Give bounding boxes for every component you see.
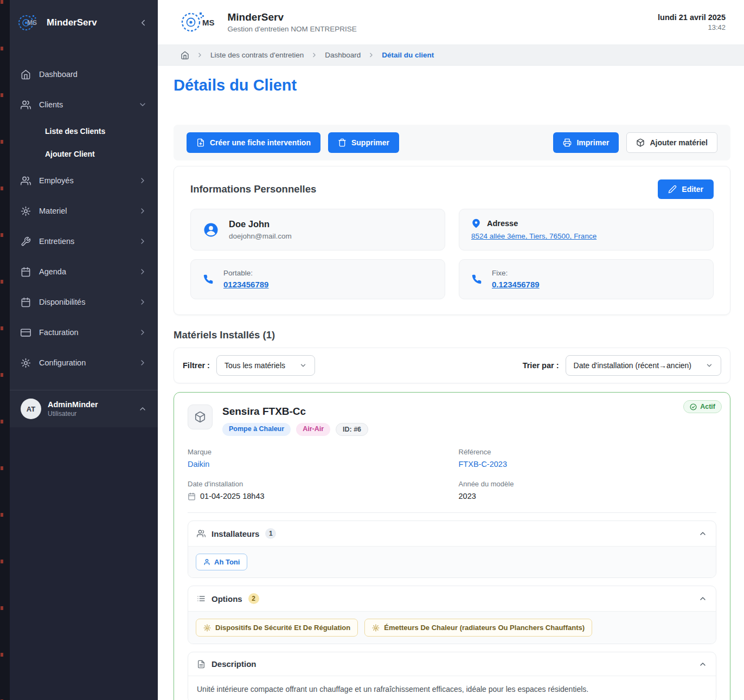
sidebar-item-label: Agenda bbox=[39, 267, 66, 276]
materials-filter-bar: Filtrer : Tous les matériels Trier par :… bbox=[174, 348, 730, 383]
box-icon bbox=[636, 138, 645, 147]
user-name: AdminMinder bbox=[48, 400, 98, 409]
delete-label: Supprimer bbox=[351, 138, 389, 147]
sidebar-filler bbox=[10, 427, 158, 700]
address-label: Adresse bbox=[487, 219, 518, 228]
sidebar-user[interactable]: AT AdminMinder Utilisateur bbox=[10, 390, 158, 427]
print-button[interactable]: Imprimer bbox=[553, 132, 619, 153]
header-date: lundi 21 avril 2025 bbox=[658, 13, 726, 22]
client-identity-tile: Doe John doejohn@mail.com bbox=[190, 209, 445, 251]
filter-select[interactable]: Tous les matériels bbox=[216, 355, 315, 376]
invoice-icon bbox=[21, 327, 31, 338]
chevron-down-icon bbox=[138, 100, 147, 109]
sidebar-item-label: Materiel bbox=[39, 207, 67, 215]
field-installation-date: Date d'installation 01-04-2025 18h43 bbox=[188, 480, 446, 500]
material-type-badge: Pompe à Chaleur bbox=[222, 423, 291, 436]
gear-icon bbox=[21, 358, 31, 368]
calendar-icon bbox=[188, 492, 196, 500]
material-subtype-badge: Air-Air bbox=[296, 423, 330, 436]
print-label: Imprimer bbox=[576, 138, 609, 147]
client-email: doejohn@mail.com bbox=[229, 232, 292, 240]
sidebar-item-label: Employés bbox=[39, 176, 74, 185]
option-chip-label: Émetteurs De Chaleur (radiateurs Ou Plan… bbox=[384, 624, 585, 632]
sort-label: Trier par : bbox=[523, 361, 559, 370]
client-landline-tile: Fixe: 0.123456789 bbox=[459, 259, 714, 299]
client-mobile-tile: Portable: 0123456789 bbox=[190, 259, 445, 299]
user-icon bbox=[203, 558, 210, 566]
material-name: Sensira FTXB-Cc bbox=[222, 406, 368, 418]
installer-chip[interactable]: Ah Toni bbox=[196, 554, 247, 570]
wrench-icon bbox=[21, 236, 31, 247]
installers-count-badge: 1 bbox=[265, 528, 276, 539]
check-circle-icon bbox=[690, 403, 697, 410]
landline-label: Fixe: bbox=[492, 269, 540, 277]
sidebar-item-label: Disponibilités bbox=[39, 298, 85, 306]
option-chip-label: Dispositifs De Sécurité Et De Régulation bbox=[215, 624, 350, 632]
options-panel: Options 2 Dispositifs De Sécurité Et De … bbox=[188, 586, 716, 644]
installer-chip-label: Ah Toni bbox=[214, 558, 240, 566]
divider bbox=[188, 512, 716, 513]
description-text: Unité intérieure compacte offrant un cha… bbox=[197, 685, 707, 693]
breadcrumb-item-dashboard[interactable]: Dashboard bbox=[325, 51, 361, 59]
sidebar-item-ajouter-client[interactable]: Ajouter Client bbox=[10, 143, 158, 165]
sidebar-item-liste-des-clients[interactable]: Liste des Clients bbox=[10, 120, 158, 143]
chevron-up-icon bbox=[138, 404, 147, 413]
delete-button[interactable]: Supprimer bbox=[328, 132, 399, 153]
installers-panel-header[interactable]: Installateurs 1 bbox=[188, 521, 716, 546]
sidebar-item-label: Facturation bbox=[39, 328, 79, 337]
sidebar-item-dashboard[interactable]: Dashboard bbox=[10, 59, 158, 89]
reference-link[interactable]: FTXB-C-2023 bbox=[459, 460, 507, 468]
option-chip-securite: Dispositifs De Sécurité Et De Régulation bbox=[196, 619, 358, 637]
phone-icon bbox=[203, 274, 214, 285]
main-area: MS MinderServ Gestion d'entretien NOM EN… bbox=[158, 0, 744, 700]
users-icon bbox=[197, 529, 206, 538]
chevron-down-icon bbox=[299, 362, 307, 369]
app-title: MinderServ bbox=[228, 11, 357, 23]
material-id-badge: ID: #6 bbox=[336, 423, 368, 436]
app-logo-icon: MS bbox=[179, 9, 215, 35]
left-strip-markers bbox=[1, 0, 3, 700]
edit-label: Editer bbox=[682, 185, 703, 194]
gear-icon bbox=[21, 206, 31, 216]
landline-link[interactable]: 0.123456789 bbox=[492, 280, 540, 289]
options-panel-header[interactable]: Options 2 bbox=[188, 586, 716, 611]
description-title: Description bbox=[211, 659, 256, 669]
sidebar-item-entretiens[interactable]: Entretiens bbox=[10, 226, 158, 256]
installation-date-value: 01-04-2025 18h43 bbox=[200, 492, 265, 500]
sidebar-collapse-icon[interactable] bbox=[138, 18, 148, 28]
sidebar: MS MinderServ Dashboard Clients Liste de… bbox=[10, 0, 158, 700]
calendar-icon bbox=[21, 267, 31, 277]
field-marque: Marque Daikin bbox=[188, 448, 446, 469]
home-icon[interactable] bbox=[181, 51, 189, 60]
installers-panel: Installateurs 1 Ah Toni bbox=[188, 521, 716, 578]
sidebar-item-clients[interactable]: Clients bbox=[10, 89, 158, 120]
breadcrumb-item-contrats[interactable]: Liste des contrats d'entretien bbox=[210, 51, 304, 59]
chevron-right-icon bbox=[138, 207, 147, 215]
sidebar-item-disponibilites[interactable]: Disponibilités bbox=[10, 287, 158, 317]
chevron-right-icon bbox=[138, 328, 147, 337]
sidebar-item-label: Clients bbox=[39, 100, 63, 109]
sidebar-header: MS MinderServ bbox=[10, 0, 158, 45]
edit-button[interactable]: Editer bbox=[658, 179, 714, 199]
sidebar-item-configuration[interactable]: Configuration bbox=[10, 348, 158, 378]
address-link[interactable]: 8524 allée 3éme, Tiers, 76500, France bbox=[471, 232, 597, 240]
option-chip-emetteurs: Émetteurs De Chaleur (radiateurs Ou Plan… bbox=[364, 619, 592, 637]
mobile-label: Portable: bbox=[223, 269, 268, 277]
sort-select[interactable]: Date d'installation (récent→ancien) bbox=[566, 355, 721, 376]
create-intervention-button[interactable]: Créer une fiche intervention bbox=[187, 132, 320, 153]
mobile-link[interactable]: 0123456789 bbox=[223, 280, 268, 289]
sidebar-item-agenda[interactable]: Agenda bbox=[10, 256, 158, 287]
client-address-tile: Adresse 8524 allée 3éme, Tiers, 76500, F… bbox=[459, 209, 714, 251]
add-material-button[interactable]: Ajouter matériel bbox=[626, 132, 717, 153]
description-panel-header[interactable]: Description bbox=[188, 652, 716, 676]
sidebar-item-materiel[interactable]: Materiel bbox=[10, 196, 158, 226]
home-icon bbox=[21, 69, 31, 80]
material-card: Actif Sensira FTXB-Cc Pompe à Chaleur Ai… bbox=[174, 392, 730, 700]
filter-label: Filtrer : bbox=[183, 361, 210, 370]
brand-link[interactable]: Daikin bbox=[188, 460, 209, 468]
sidebar-item-employes[interactable]: Employés bbox=[10, 165, 158, 196]
sidebar-logo-icon: MS bbox=[17, 12, 39, 34]
chevron-right-icon bbox=[138, 298, 147, 306]
sidebar-item-facturation[interactable]: Facturation bbox=[10, 317, 158, 348]
box-icon bbox=[188, 404, 213, 429]
